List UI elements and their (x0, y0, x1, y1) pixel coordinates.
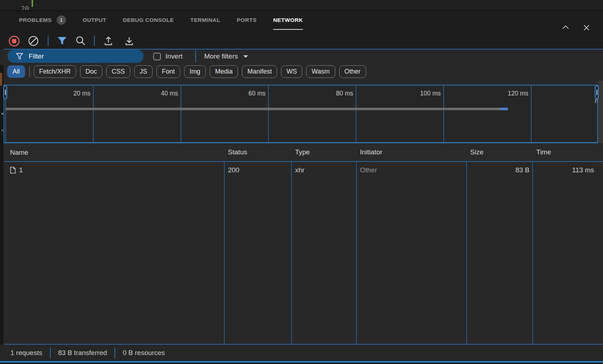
filter-separator (195, 50, 196, 62)
timeline-gridline (356, 85, 356, 142)
timeline-gridline (531, 85, 532, 142)
filter-toggle-button[interactable] (57, 36, 67, 46)
editor-line-number: 20 (21, 5, 29, 10)
chip-img[interactable]: Img (184, 65, 206, 78)
toolbar-separator (94, 36, 95, 46)
close-icon (582, 23, 591, 32)
column-header-size[interactable]: Size (466, 143, 532, 162)
invert-label: Invert (165, 52, 183, 60)
chevron-up-icon (561, 23, 570, 32)
search-button[interactable] (75, 36, 86, 46)
chip-wasm[interactable]: Wasm (306, 65, 335, 78)
network-table-header: NameStatusTypeInitiatorSizeTime (4, 143, 603, 162)
request-type: xhr (291, 162, 356, 178)
tab-output[interactable]: OUTPUT (83, 14, 106, 26)
git-added-gutter-bar (32, 0, 33, 7)
column-header-time[interactable]: Time (532, 143, 603, 162)
request-type-filters: AllFetch/XHRDocCSSJSFontImgMediaManifest… (7, 65, 366, 78)
resources-size: 0 B resources (123, 349, 165, 357)
overview-right-handle[interactable] (595, 85, 599, 99)
chip-font[interactable]: Font (156, 65, 180, 78)
filter-input[interactable]: Filter (8, 50, 144, 63)
record-stop-button[interactable] (9, 36, 19, 46)
overview-left-handle[interactable] (3, 85, 7, 99)
request-time: 113 ms (532, 162, 603, 178)
transferred-size: 83 B transferred (58, 349, 107, 357)
overview-ruler-mark (0, 73, 2, 86)
panel-tab-bar: PROBLEMS1OUTPUTDEBUG CONSOLETERMINALPORT… (0, 11, 603, 33)
chip-manifest[interactable]: Manifest (242, 65, 277, 78)
chip-fetch-xhr[interactable]: Fetch/XHR (34, 65, 76, 78)
status-separator (114, 347, 115, 358)
chip-other[interactable]: Other (339, 65, 366, 78)
upload-icon (103, 36, 113, 46)
tab-label: PROBLEMS (19, 14, 52, 26)
overview-track-bar (5, 108, 500, 110)
search-icon (75, 36, 85, 46)
filter-row: Filter Invert More filters (0, 50, 603, 65)
tab-label: TERMINAL (190, 14, 220, 26)
funnel-icon (57, 36, 67, 46)
editor-code-sliver: 20 // const yourMMKVStorage = new MMKV()… (0, 0, 603, 10)
timeline-gridline (268, 85, 269, 142)
screen-bottom-edge (0, 363, 603, 364)
more-filters-dropdown[interactable]: More filters (204, 52, 248, 60)
filter-placeholder: Filter (29, 52, 44, 60)
chip-doc[interactable]: Doc (80, 65, 102, 78)
timeline-tick-label: 100 ms (420, 90, 443, 97)
invert-checkbox[interactable] (153, 53, 161, 60)
tab-terminal[interactable]: TERMINAL (190, 14, 220, 26)
tab-ports[interactable]: PORTS (237, 14, 257, 26)
export-har-button[interactable] (124, 36, 135, 46)
tab-network[interactable]: NETWORK (273, 14, 303, 26)
panel-right-gutter (598, 81, 603, 144)
timeline-gridline (443, 85, 444, 142)
chip-media[interactable]: Media (210, 65, 238, 78)
network-overview-timeline[interactable]: 20 ms40 ms60 ms80 ms100 ms120 ms140 ms (4, 85, 598, 143)
chip-separator (29, 66, 30, 77)
clear-icon (28, 36, 39, 46)
toolbar-separator (48, 36, 48, 46)
tab-problems[interactable]: PROBLEMS1 (19, 14, 66, 26)
chip-all[interactable]: All (7, 65, 25, 78)
timeline-tick-label: 60 ms (248, 90, 268, 97)
problems-badge: 1 (57, 15, 66, 25)
column-header-name[interactable]: Name (4, 143, 224, 162)
tab-label: OUTPUT (83, 14, 106, 26)
funnel-icon (16, 53, 23, 60)
ruler-dot (1, 130, 3, 131)
download-icon (124, 36, 134, 46)
tab-label: NETWORK (273, 14, 303, 26)
import-har-button[interactable] (103, 36, 114, 46)
request-status: 200 (224, 162, 291, 178)
chip-ws[interactable]: WS (281, 65, 302, 78)
request-initiator: Other (356, 162, 466, 178)
tab-debug-console[interactable]: DEBUG CONSOLE (123, 14, 174, 26)
maximize-panel-button[interactable] (561, 23, 570, 32)
clear-network-log-button[interactable] (28, 36, 39, 46)
chevron-down-icon (243, 55, 248, 58)
chip-css[interactable]: CSS (106, 65, 130, 78)
request-name: 1 (19, 162, 23, 178)
timeline-tick-label: 120 ms (508, 90, 531, 97)
column-header-status[interactable]: Status (224, 143, 291, 162)
requests-count: 1 requests (10, 349, 42, 357)
timeline-tick-label: 40 ms (161, 90, 181, 97)
network-toolbar (0, 33, 603, 49)
column-header-type[interactable]: Type (291, 143, 356, 162)
tab-label: DEBUG CONSOLE (123, 14, 174, 26)
overview-request-bar (500, 108, 508, 110)
request-name-cell: 1 (4, 162, 224, 178)
close-panel-button[interactable] (582, 23, 591, 32)
vscode-panel: 20 // const yourMMKVStorage = new MMKV()… (0, 0, 603, 364)
status-separator (50, 347, 51, 358)
document-icon (10, 167, 16, 174)
chip-js[interactable]: JS (134, 65, 153, 78)
network-status-bar: 1 requests 83 B transferred 0 B resource… (0, 345, 603, 361)
column-header-initiator[interactable]: Initiator (356, 143, 466, 162)
timeline-gridline (181, 85, 181, 142)
timeline-tick-label: 20 ms (73, 90, 93, 97)
request-size: 83 B (466, 162, 532, 178)
network-request-row[interactable]: 1200xhrOther83 B113 ms (4, 162, 603, 178)
timeline-gridline (93, 85, 94, 142)
